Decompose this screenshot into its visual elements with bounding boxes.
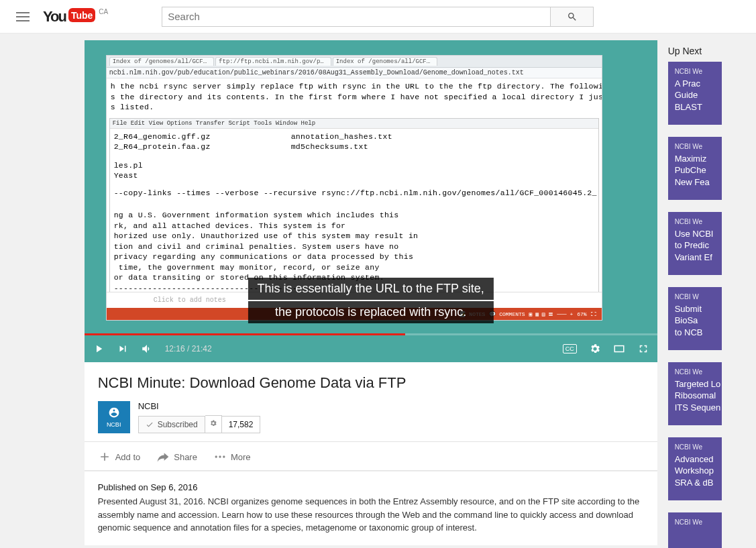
video-metadata: NCBI Minute: Download Genome Data via FT… <box>85 362 657 442</box>
thumb-title: MaximizPubCheNew Fea <box>675 153 722 188</box>
menu-icon[interactable] <box>16 12 30 21</box>
browser-tab: Index of /genomes/all/GCF… <box>109 57 214 66</box>
theater-button[interactable] <box>613 343 625 355</box>
logo-tube: Tube <box>68 8 95 22</box>
recommendation-thumb[interactable]: NCBI WeUse NCBIto PredicVariant Ef <box>668 212 722 275</box>
action-row: Add to Share More <box>85 442 657 471</box>
share-button[interactable]: Share <box>156 450 197 463</box>
subscriber-count: 17,582 <box>222 416 261 433</box>
volume-button[interactable] <box>141 343 153 355</box>
settings-button[interactable] <box>589 343 601 355</box>
search-bar <box>162 7 594 27</box>
cc-button[interactable]: CC <box>563 344 577 353</box>
browser-tab: ftp://ftp.ncbi.nlm.nih.gov/p… <box>215 57 331 66</box>
channel-name[interactable]: NCBI <box>138 401 261 411</box>
thumb-source: NCBI We <box>675 443 722 452</box>
next-button[interactable] <box>117 343 129 355</box>
thumb-title: SubmitBioSato NCB <box>675 303 722 339</box>
svg-point-1 <box>219 455 221 457</box>
play-button[interactable] <box>93 343 105 355</box>
thumb-source: NCBI W <box>675 292 722 302</box>
recommendation-thumb[interactable]: NCBI WSubmitBioSato NCB <box>668 287 722 350</box>
thumb-title: AdvancedWorkshopSRA & dB <box>675 453 722 489</box>
player-controls: 12:16 / 21:42 CC <box>85 335 657 362</box>
thumb-source: NCBI We <box>675 518 722 527</box>
closed-caption-text: This is essentially the URL to the FTP s… <box>248 276 494 323</box>
app-header: You Tube CA <box>0 0 756 34</box>
browser-url: ncbi.nlm.nih.gov/pub/education/public_we… <box>107 68 602 78</box>
browser-tab: Index of /genomes/all/GCF… <box>333 57 437 66</box>
subscription-settings-button[interactable] <box>205 415 222 433</box>
subscribe-button[interactable]: Subscribed <box>138 416 205 433</box>
logo-text: You <box>43 8 66 25</box>
recommendation-thumb[interactable]: NCBI WeMaximizPubCheNew Fea <box>668 137 722 200</box>
search-icon <box>567 11 578 22</box>
more-button[interactable]: More <box>213 450 251 463</box>
search-input[interactable] <box>162 7 551 27</box>
thumb-source: NCBI We <box>675 368 722 377</box>
recommendation-thumb[interactable]: NCBI We <box>668 512 722 548</box>
addto-button[interactable]: Add to <box>98 450 141 463</box>
thumb-title: A PracGuideBLAST <box>675 78 722 113</box>
time-display: 12:16 / 21:42 <box>165 344 212 353</box>
upnext-heading: Up Next <box>668 43 722 62</box>
publish-date: Published on Sep 6, 2016 <box>98 482 644 492</box>
video-description: Presented August 31, 2016. NCBI organize… <box>98 495 644 535</box>
channel-avatar[interactable]: NCBI <box>98 401 130 433</box>
recommendation-thumb[interactable]: NCBI WeA PracGuideBLAST <box>668 62 722 125</box>
video-title: NCBI Minute: Download Genome Data via FT… <box>98 374 644 392</box>
svg-point-0 <box>215 455 217 457</box>
search-button[interactable] <box>551 7 594 27</box>
recommendation-thumb[interactable]: NCBI WeTargeted LoRibosomalITS Sequen <box>668 362 722 425</box>
thumb-source: NCBI We <box>675 67 722 76</box>
description-box: Published on Sep 6, 2016 Presented Augus… <box>85 471 657 545</box>
thumb-title: Use NCBIto PredicVariant Ef <box>675 228 722 264</box>
thumb-source: NCBI We <box>675 142 722 152</box>
thumb-source: NCBI We <box>675 217 722 227</box>
recommendation-thumb[interactable]: NCBI WeAdvancedWorkshopSRA & dB <box>668 437 722 500</box>
fullscreen-button[interactable] <box>637 343 649 355</box>
thumb-title: Targeted LoRibosomalITS Sequen <box>675 378 722 414</box>
svg-point-2 <box>223 455 225 457</box>
country-code: CA <box>99 8 108 15</box>
video-player[interactable]: Index of /genomes/all/GCF… ftp://ftp.ncb… <box>85 40 657 362</box>
youtube-logo[interactable]: You Tube CA <box>43 8 108 25</box>
